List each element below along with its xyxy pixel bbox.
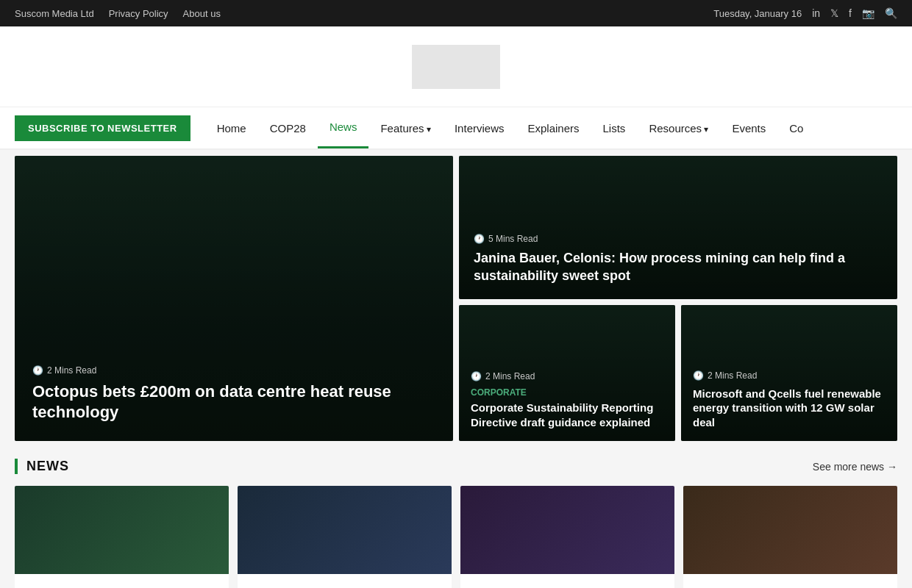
- hero-bottom-left-mins-text: 2 Mins Read: [485, 371, 535, 381]
- topbar-link-about[interactable]: About us: [183, 8, 221, 19]
- instagram-icon[interactable]: 📷: [862, 7, 874, 19]
- nav-item-explainers[interactable]: Explainers: [516, 109, 591, 148]
- hero-top-right-title: Janina Bauer, Celonis: How process minin…: [474, 250, 883, 284]
- hero-bottom-right-mins: 🕐 2 Mins Read: [693, 370, 886, 381]
- news-section-title: NEWS: [26, 459, 69, 474]
- nav-item-news[interactable]: News: [318, 107, 369, 148]
- nav-item-home[interactable]: Home: [205, 109, 258, 148]
- clock-icon-4: 🕐: [693, 370, 704, 381]
- hero-bottom-right-mins-text: 2 Mins Read: [708, 370, 757, 381]
- hero-bottom-left-mins: 🕐 2 Mins Read: [471, 371, 663, 381]
- news-card-2-image: [238, 486, 452, 574]
- nav-item-features[interactable]: Features: [368, 109, 443, 148]
- linkedin-icon[interactable]: in: [812, 7, 820, 19]
- topbar: Suscom Media Ltd Privacy Policy About us…: [0, 0, 912, 26]
- topbar-right: Tuesday, January 16 in 𝕏 f 📷 🔍: [713, 7, 897, 19]
- hero-grid: 🕐 2 Mins Read Octopus bets £200m on data…: [15, 156, 897, 441]
- hero-bottom-left-title: Corporate Sustainability Reporting Direc…: [471, 401, 663, 429]
- hero-left-mins-text: 2 Mins Read: [47, 365, 96, 376]
- hero-left-content: 🕐 2 Mins Read Octopus bets £200m on data…: [32, 365, 435, 423]
- hero-bottom-right-card[interactable]: 🕐 2 Mins Read Microsoft and Qcells fuel …: [681, 305, 897, 441]
- subscribe-button[interactable]: SUBSCRIBE TO NEWSLETTER: [15, 115, 190, 141]
- topbar-date: Tuesday, January 16: [713, 8, 802, 19]
- navbar: SUBSCRIBE TO NEWSLETTER Home COP28 News …: [0, 107, 912, 150]
- hero-top-right-mins: 🕐 5 Mins Read: [474, 234, 883, 244]
- news-card-4-image: [683, 486, 897, 574]
- hero-top-right-card[interactable]: 🕐 5 Mins Read Janina Bauer, Celonis: How…: [459, 156, 897, 299]
- nav-item-interviews[interactable]: Interviews: [443, 109, 516, 148]
- facebook-icon[interactable]: f: [849, 7, 852, 19]
- hero-bottom-left-content: 🕐 2 Mins Read Corporate Corporate Sustai…: [471, 371, 663, 429]
- clock-icon-3: 🕐: [471, 371, 482, 381]
- logobar: [0, 26, 912, 107]
- news-card-1[interactable]: [15, 486, 229, 588]
- news-card-3-image: [460, 486, 674, 574]
- twitter-icon[interactable]: 𝕏: [830, 7, 838, 19]
- hero-top-right-mins-text: 5 Mins Read: [488, 234, 538, 244]
- news-card-2-body: [238, 574, 452, 588]
- nav-item-cop28[interactable]: COP28: [258, 109, 318, 148]
- news-card-3[interactable]: [460, 486, 674, 588]
- site-logo[interactable]: [412, 45, 500, 89]
- nav-item-events[interactable]: Events: [720, 109, 777, 148]
- hero-bottom-right-title: Microsoft and Qcells fuel renewable ener…: [693, 387, 886, 430]
- hero-left-title: Octopus bets £200m on data centre heat r…: [32, 381, 435, 423]
- nav-items: Home COP28 News Features Interviews Expl…: [205, 107, 897, 148]
- search-icon[interactable]: 🔍: [885, 7, 897, 19]
- hero-bottom-right: 🕐 2 Mins Read Corporate Corporate Sustai…: [459, 305, 897, 441]
- news-cards-grid: [15, 486, 897, 588]
- news-card-2[interactable]: [238, 486, 452, 588]
- topbar-link-privacy[interactable]: Privacy Policy: [109, 8, 168, 19]
- nav-item-co[interactable]: Co: [777, 109, 815, 148]
- nav-item-resources[interactable]: Resources: [637, 109, 720, 148]
- news-card-3-body: [460, 574, 674, 588]
- news-card-1-body: [15, 574, 229, 588]
- hero-bottom-left-tag: Corporate: [471, 387, 663, 398]
- news-card-4-body: [683, 574, 897, 588]
- hero-left-card[interactable]: 🕐 2 Mins Read Octopus bets £200m on data…: [15, 156, 453, 441]
- news-card-1-image: [15, 486, 229, 574]
- clock-icon-2: 🕐: [474, 234, 485, 244]
- hero-top-right-content: 🕐 5 Mins Read Janina Bauer, Celonis: How…: [474, 234, 883, 284]
- news-section-header: NEWS See more news →: [15, 459, 897, 474]
- topbar-link-suscom[interactable]: Suscom Media Ltd: [15, 8, 94, 19]
- nav-item-lists[interactable]: Lists: [591, 109, 638, 148]
- topbar-links: Suscom Media Ltd Privacy Policy About us: [15, 8, 221, 19]
- main-content: 🕐 2 Mins Read Octopus bets £200m on data…: [0, 156, 912, 588]
- hero-bottom-right-content: 🕐 2 Mins Read Microsoft and Qcells fuel …: [693, 370, 886, 430]
- news-section: NEWS See more news →: [15, 459, 897, 588]
- clock-icon: 🕐: [32, 365, 43, 376]
- see-more-news-link[interactable]: See more news →: [813, 461, 897, 473]
- hero-bottom-left-card[interactable]: 🕐 2 Mins Read Corporate Corporate Sustai…: [459, 305, 675, 441]
- hero-left-mins: 🕐 2 Mins Read: [32, 365, 435, 376]
- news-card-4[interactable]: [683, 486, 897, 588]
